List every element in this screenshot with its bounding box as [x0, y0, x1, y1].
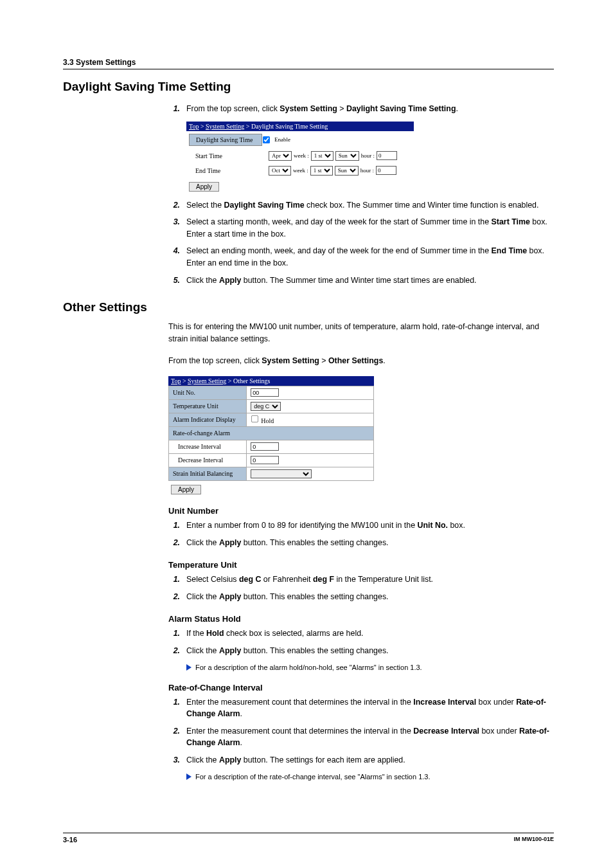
label-alarm-indicator: Alarm Indicator Display — [169, 413, 247, 426]
label-strain-balancing: Strain Initial Balancing — [169, 467, 247, 480]
temp-unit-select[interactable]: deg C — [251, 402, 281, 411]
start-month-select[interactable]: Apr — [269, 151, 292, 161]
week-label: week : — [294, 152, 309, 159]
dst-step-3: 3. Select a starting month, week, and da… — [168, 216, 554, 240]
roc-step-3: 3. Click the Apply button. The settings … — [168, 754, 554, 766]
hold-checkbox[interactable] — [251, 415, 258, 422]
label-end-time: End Time — [189, 167, 269, 174]
enable-label: Enable — [274, 136, 290, 143]
end-hour-input[interactable] — [376, 166, 396, 175]
end-week-select[interactable]: 1 st — [310, 166, 333, 176]
label-increase-interval: Increase Interval — [169, 440, 247, 453]
unit-no-input[interactable] — [251, 388, 279, 397]
hold-label: Hold — [261, 417, 274, 424]
dst-step-2: 2. Select the Daylight Saving Time check… — [168, 199, 554, 212]
tempunit-step-2: 2. Click the Apply button. This enables … — [168, 591, 554, 603]
crumb-page: Daylight Saving Time Setting — [251, 123, 328, 130]
dst-step-1: 1. From the top screen, click System Set… — [168, 103, 554, 115]
step-number: 2. — [168, 591, 180, 603]
hour-label: hour : — [360, 167, 374, 174]
dst-step-4: 4. Select an ending month, week, and day… — [168, 245, 554, 269]
step-number: 2. — [168, 537, 180, 549]
crumb-top[interactable]: Top — [171, 377, 181, 384]
label-temp-unit: Temperature Unit — [169, 399, 247, 413]
end-month-select[interactable]: Oct — [269, 166, 291, 176]
unitno-step-2: 2. Click the Apply button. This enables … — [168, 537, 554, 549]
start-day-select[interactable]: Sun — [335, 151, 359, 161]
strain-balancing-select[interactable] — [251, 469, 312, 478]
other-intro: This is for entering the MW100 unit numb… — [168, 321, 554, 345]
roc-step-1: 1. Enter the measurement count that dete… — [168, 696, 554, 720]
other-from: From the top screen, click System Settin… — [168, 355, 554, 367]
alarmhold-step-2: 2. Click the Apply button. This enables … — [168, 645, 554, 657]
label-roc-alarm: Rate-of-change Alarm — [169, 426, 374, 440]
hour-label: hour : — [361, 152, 375, 159]
other-embedded-app: Top > System Setting > Other Settings Un… — [168, 376, 374, 494]
crumb-top[interactable]: Top — [189, 123, 199, 130]
label-dst: Daylight Saving Time — [189, 134, 262, 146]
step-number: 2. — [168, 725, 180, 749]
step-number: 1. — [168, 103, 180, 115]
running-header: 3.3 System Settings — [63, 58, 554, 69]
dst-step-5: 5. Click the Apply button. The Summer ti… — [168, 275, 554, 287]
tempunit-step-1: 1. Select Celsius deg C or Fahrenheit de… — [168, 574, 554, 586]
other-apply-button[interactable]: Apply — [171, 485, 201, 494]
roc-note: For a description of the rate-of-change … — [186, 773, 554, 781]
week-label: week : — [293, 167, 308, 174]
roc-step-2: 2. Enter the measurement count that dete… — [168, 725, 554, 749]
triangle-right-icon — [186, 773, 191, 780]
heading-temp-unit: Temperature Unit — [168, 560, 554, 570]
crumb-sys[interactable]: System Setting — [188, 377, 226, 384]
step-number: 4. — [168, 245, 180, 269]
triangle-right-icon — [186, 664, 191, 671]
label-decrease-interval: Decrease Interval — [169, 453, 247, 467]
start-hour-input[interactable] — [377, 151, 397, 160]
crumb-page: Other Settings — [233, 377, 271, 384]
alarmhold-step-1: 1. If the Hold check box is selected, al… — [168, 628, 554, 640]
step-number: 3. — [168, 754, 180, 766]
label-start-time: Start Time — [189, 152, 269, 159]
step-number: 2. — [168, 199, 180, 212]
step-number: 1. — [168, 520, 180, 532]
heading-alarm-hold: Alarm Status Hold — [168, 614, 554, 624]
dst-embedded-app: Top > System Setting > Daylight Saving T… — [186, 122, 414, 192]
page-number: 3-16 — [63, 836, 77, 844]
heading-roc-interval: Rate-of-Change Interval — [168, 683, 554, 692]
page-footer: 3-16 IM MW100-01E — [63, 833, 554, 844]
breadcrumb: Top > System Setting > Other Settings — [168, 376, 374, 386]
heading-other-settings: Other Settings — [63, 300, 554, 314]
decrease-interval-input[interactable] — [251, 456, 279, 464]
step-number: 1. — [168, 574, 180, 586]
dst-apply-button[interactable]: Apply — [189, 182, 219, 192]
alarm-hold-note: For a description of the alarm hold/non-… — [186, 664, 554, 671]
heading-dst: Daylight Saving Time Setting — [63, 80, 554, 94]
label-unit-no: Unit No. — [169, 386, 247, 399]
end-day-select[interactable]: Sun — [335, 166, 359, 176]
step-number: 1. — [168, 696, 180, 720]
doc-id: IM MW100-01E — [513, 836, 554, 844]
step-number: 2. — [168, 645, 180, 657]
breadcrumb: Top > System Setting > Daylight Saving T… — [186, 122, 414, 131]
increase-interval-input[interactable] — [251, 442, 279, 451]
dst-enable-checkbox[interactable] — [263, 136, 270, 143]
unitno-step-1: 1. Enter a number from 0 to 89 for ident… — [168, 520, 554, 532]
crumb-sys[interactable]: System Setting — [206, 123, 244, 130]
step-number: 5. — [168, 275, 180, 287]
start-week-select[interactable]: 1 st — [311, 151, 333, 161]
step-number: 3. — [168, 216, 180, 240]
step-number: 1. — [168, 628, 180, 640]
heading-unit-number: Unit Number — [168, 506, 554, 516]
